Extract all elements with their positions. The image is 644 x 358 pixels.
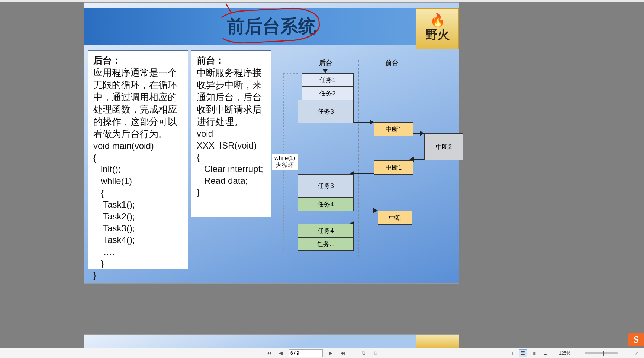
brand-logo: 🔥 野火 (416, 8, 459, 49)
col-back-label: 后台 (319, 58, 332, 67)
next-page-button[interactable]: ▶ (326, 349, 335, 357)
int1a-box: 中断1 (374, 122, 413, 136)
background-box: 后台： 应用程序通常是一个无限的循环，在循环中，通过调用相应的处理函数，完成相应… (88, 50, 188, 269)
task2-box: 任务2 (302, 87, 354, 100)
first-page-button[interactable]: ⏮ (265, 349, 273, 357)
task1-box: 任务1 (302, 73, 354, 87)
arrow-line (354, 173, 374, 174)
annotation-slash (225, 3, 232, 13)
status-bar: ⏮ ◀ ▶ ⏭ ⧉ ⧉ ▯ ☰ ▯▯ ≣ 125% − + ⤢ (0, 348, 644, 358)
flame-icon: 🔥 (430, 14, 445, 27)
foreground-box: 前台： 中断服务程序接收异步中断，来通知后台，后台收到中断请求后进行处理。 vo… (191, 50, 271, 217)
page-number-input[interactable] (289, 349, 323, 357)
pdf-viewer[interactable]: 前后台系统 🔥 野火 后台： 应用程序通常是一个无限的循环，在循环中，通过调用相… (0, 2, 543, 348)
taskmore-box: 任务... (298, 238, 354, 251)
logo-text: 野火 (426, 27, 450, 43)
back-code: void main(void) { init(); while(1) { Tas… (93, 140, 183, 281)
arrow-line (413, 159, 424, 160)
back-heading: 后台： (93, 54, 183, 66)
flow-diagram: 后台 前台 任务1 任务2 任务3 中断1 中断2 中断1 任务3 任务4 中断 (274, 58, 458, 266)
arrow-right-icon (420, 131, 424, 136)
paste-button: ⧉ (371, 349, 379, 357)
continuous-view-button[interactable]: ☰ (519, 349, 527, 357)
page-nav-group: ⏮ ◀ ▶ ⏭ ⧉ ⧉ (265, 349, 379, 357)
col-front-label: 前台 (385, 58, 399, 67)
zoom-level-text: 125% (559, 351, 570, 356)
view-controls-group: ▯ ☰ ▯▯ ≣ 125% − + ⤢ (508, 349, 640, 357)
arrow-line (354, 211, 374, 211)
front-desc: 中断服务程序接收异步中断，来通知后台，后台收到中断请求后进行处理。 (197, 66, 265, 128)
zoom-in-button[interactable]: + (621, 349, 629, 357)
fullscreen-button[interactable]: ⤢ (632, 349, 640, 357)
task4a-box: 任务4 (298, 197, 354, 211)
copy-button[interactable]: ⧉ (359, 349, 367, 357)
arrow-line (354, 122, 370, 123)
task4b-box: 任务4 (298, 224, 354, 238)
slide-header: 前后台系统 (84, 8, 459, 45)
next-logo (416, 335, 459, 348)
arrow-down-icon (323, 69, 328, 73)
front-code: void XXX_ISR(void) { Clear interrupt; Re… (197, 128, 265, 198)
arrow-right-icon (373, 208, 378, 213)
front-divider (358, 60, 359, 257)
viewer-margin (543, 2, 644, 348)
task3b-box: 任务3 (298, 174, 354, 197)
slide-title: 前后台系统 (227, 14, 316, 38)
two-page-view-button[interactable]: ▯▯ (530, 349, 538, 357)
zoom-slider[interactable] (585, 352, 618, 354)
zoom-out-button[interactable]: − (573, 349, 582, 357)
book-view-button[interactable]: ≣ (541, 349, 549, 357)
front-heading: 前台： (197, 54, 265, 66)
prev-page-button[interactable]: ◀ (277, 349, 285, 357)
last-page-button[interactable]: ⏭ (338, 349, 347, 357)
loop-label: while(1) 大循环 (272, 154, 298, 170)
ime-indicator-icon[interactable]: S (628, 333, 644, 346)
int1b-box: 中断1 (374, 160, 413, 175)
int2-box: 中断2 (424, 133, 463, 160)
single-page-view-button[interactable]: ▯ (508, 349, 516, 357)
next-page-peek (84, 334, 459, 348)
arrow-line (354, 224, 378, 224)
back-desc: 应用程序通常是一个无限的循环，在循环中，通过调用相应的处理函数，完成相应的操作，… (93, 66, 183, 140)
int3-box: 中断 (378, 211, 412, 225)
task3a-box: 任务3 (298, 100, 354, 123)
arrow-right-icon (370, 120, 374, 125)
slide-page: 前后台系统 🔥 野火 后台： 应用程序通常是一个无限的循环，在循环中，通过调用相… (84, 2, 459, 284)
